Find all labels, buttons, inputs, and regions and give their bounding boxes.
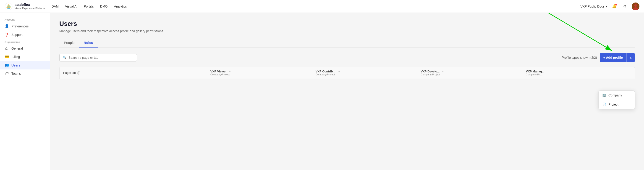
col-header-vxp-develo: VXP Develo... ··· Company/Project	[421, 70, 526, 76]
support-icon: ❓	[4, 33, 9, 37]
sidebar-item-support[interactable]: ❓ Support	[0, 30, 50, 39]
search-icon: 🔍	[63, 56, 67, 59]
add-profile-container: + Add profile ▲	[600, 53, 635, 62]
brand-tagline: Visual Experience Platform	[14, 7, 45, 10]
main-nav-links: DAM Visual AI Portals DMO Analytics	[52, 4, 580, 9]
sidebar-item-teams[interactable]: 🏷 Teams	[0, 69, 50, 78]
nav-analytics[interactable]: Analytics	[114, 4, 127, 9]
add-profile-label: + Add profile	[600, 54, 626, 62]
workspace-name: VXP Public Docs	[580, 5, 604, 8]
main-content: Users Manage users and their respective …	[50, 13, 644, 170]
sidebar: Account 👤 Preferences ❓ Support Organisa…	[0, 13, 50, 170]
col-header-vxp-contrib: VXP Contrib... ··· Company/Project	[316, 70, 421, 76]
sidebar-item-support-label: Support	[12, 33, 22, 37]
add-profile-dropdown: 🏢 Company 📄 Project	[598, 90, 635, 109]
logo-text-area: scaleflex Visual Experience Platform	[14, 3, 45, 10]
notifications-button[interactable]: 🔔	[611, 3, 618, 10]
roles-toolbar: 🔍 Profile types shown (2/2)	[59, 53, 635, 62]
nav-visual-ai[interactable]: Visual AI	[65, 4, 77, 9]
account-section-label: Account	[0, 17, 50, 22]
sidebar-item-general[interactable]: 🗂 General	[0, 44, 50, 53]
brand-name: scaleflex	[14, 3, 45, 7]
chevron-up-icon: ▲	[627, 54, 635, 61]
workspace-selector[interactable]: VXP Public Docs ▾	[580, 5, 608, 8]
col-header-pagetab: Page/Tab i	[63, 71, 210, 75]
col-header-vxp-viewer: VXP Viewer ··· Company/Project	[210, 70, 316, 76]
preferences-icon: 👤	[4, 24, 9, 28]
company-icon: 🏢	[602, 93, 606, 97]
svg-point-6	[634, 4, 637, 7]
profile-count-label: Profile types shown (2/2)	[562, 56, 597, 59]
sidebar-item-billing-label: Billing	[12, 55, 20, 59]
toolbar-right: Profile types shown (2/2) + Add profil	[562, 53, 635, 62]
nav-right-area: VXP Public Docs ▾ 🔔 ⚙	[580, 3, 640, 10]
sidebar-item-users[interactable]: 👥 Users	[0, 61, 50, 69]
settings-button[interactable]: ⚙	[621, 3, 628, 10]
dropdown-item-project[interactable]: 📄 Project	[598, 100, 635, 109]
search-box[interactable]: 🔍	[59, 54, 137, 61]
vxp-contrib-menu-icon[interactable]: ···	[338, 70, 340, 73]
general-icon: 🗂	[4, 46, 9, 51]
billing-icon: 💳	[4, 55, 9, 59]
organisation-section-label: Organisation	[0, 39, 50, 44]
table-header: Page/Tab i VXP Viewer ··· Company/Projec…	[59, 67, 635, 79]
nav-dam[interactable]: DAM	[52, 4, 59, 9]
nav-dmo[interactable]: DMO	[100, 4, 108, 9]
sidebar-item-teams-label: Teams	[12, 72, 21, 75]
logo-icon	[4, 2, 13, 11]
annotation-arrow	[534, 13, 621, 58]
nav-portals[interactable]: Portals	[84, 4, 94, 9]
top-navigation: scaleflex Visual Experience Platform DAM…	[0, 0, 644, 13]
chevron-down-icon: ▾	[606, 5, 608, 8]
tab-roles[interactable]: Roles	[79, 38, 98, 48]
vxp-develo-menu-icon[interactable]: ···	[442, 70, 444, 73]
user-avatar[interactable]	[632, 3, 640, 10]
tab-people[interactable]: People	[59, 38, 79, 48]
dropdown-item-company[interactable]: 🏢 Company	[598, 91, 635, 100]
vxp-viewer-menu-icon[interactable]: ···	[229, 70, 232, 73]
search-input[interactable]	[68, 56, 134, 59]
users-icon: 👥	[4, 63, 9, 67]
notification-dot	[615, 4, 617, 6]
page-title: Users	[59, 20, 635, 28]
tabs-row: People Roles	[59, 38, 635, 48]
logo[interactable]: scaleflex Visual Experience Platform	[4, 2, 45, 11]
avatar-image	[632, 3, 640, 10]
project-icon: 📄	[602, 103, 606, 106]
pagetab-info-icon[interactable]: i	[77, 71, 80, 75]
teams-icon: 🏷	[4, 72, 9, 76]
sidebar-item-billing[interactable]: 💳 Billing	[0, 53, 50, 61]
app-layout: Account 👤 Preferences ❓ Support Organisa…	[0, 13, 644, 170]
col-header-vxp-manag: VXP Manag... Company/Pro...	[526, 70, 631, 76]
sidebar-item-preferences[interactable]: 👤 Preferences	[0, 22, 50, 30]
sidebar-item-users-label: Users	[12, 64, 20, 67]
add-profile-button[interactable]: + Add profile ▲	[600, 53, 635, 62]
sidebar-item-general-label: General	[12, 47, 23, 50]
sidebar-item-preferences-label: Preferences	[12, 25, 28, 28]
page-description: Manage users and their respective access…	[59, 29, 635, 33]
